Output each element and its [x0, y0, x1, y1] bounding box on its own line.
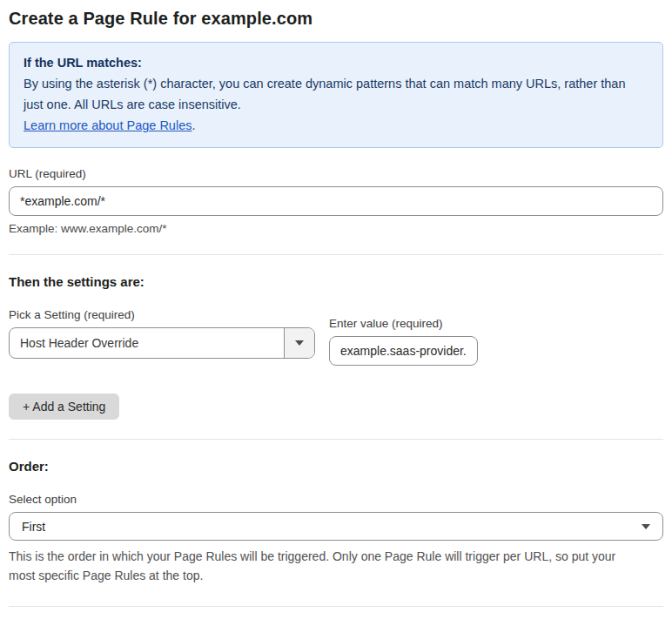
order-help-text: This is the order in which your Page Rul… [9, 547, 644, 585]
setting-picker-label: Pick a Setting (required) [9, 308, 315, 321]
settings-section-heading: Then the settings are: [9, 274, 663, 289]
divider [9, 254, 663, 255]
link-suffix: . [192, 118, 195, 132]
chevron-down-icon [295, 340, 304, 346]
setting-value-input[interactable] [329, 336, 478, 366]
setting-dropdown[interactable]: Host Header Override [9, 327, 315, 359]
learn-more-link[interactable]: Learn more about Page Rules [24, 118, 192, 132]
create-page-rule-form: Create a Page Rule for example.com If th… [0, 0, 672, 619]
order-section-heading: Order: [9, 459, 663, 474]
setting-dropdown-button[interactable] [284, 328, 314, 358]
chevron-down-icon [642, 524, 650, 529]
info-box-link-line: Learn more about Page Rules. [24, 115, 648, 136]
divider [9, 439, 663, 440]
order-select-value: First [22, 520, 45, 534]
info-box-heading: If the URL matches: [24, 52, 648, 73]
divider [9, 606, 663, 607]
url-input[interactable] [9, 186, 663, 216]
setting-dropdown-value: Host Header Override [10, 328, 284, 358]
setting-value-column: Enter value (required) [329, 317, 478, 366]
add-setting-button[interactable]: + Add a Setting [9, 394, 119, 420]
order-select[interactable]: First [9, 512, 663, 541]
settings-row: Pick a Setting (required) Host Header Ov… [9, 308, 663, 366]
setting-value-label: Enter value (required) [329, 317, 478, 330]
url-match-info-box: If the URL matches: By using the asteris… [9, 42, 663, 148]
page-title: Create a Page Rule for example.com [9, 9, 663, 29]
url-field-label: URL (required) [9, 167, 663, 180]
setting-picker-column: Pick a Setting (required) Host Header Ov… [9, 308, 315, 359]
url-example-hint: Example: www.example.com/* [9, 222, 663, 235]
order-select-label: Select option [9, 493, 663, 506]
info-box-body: By using the asterisk (*) character, you… [24, 73, 648, 115]
